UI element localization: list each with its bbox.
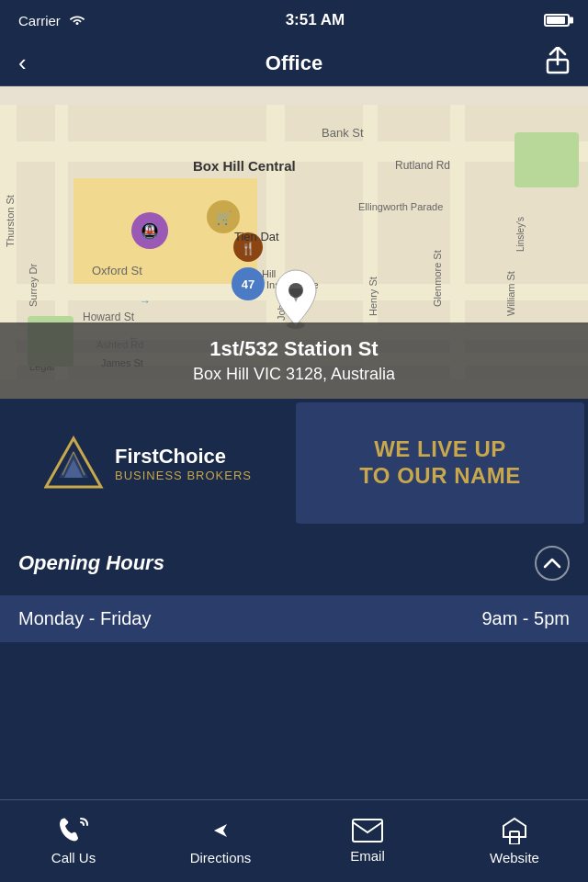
tab-call[interactable]: Call Us bbox=[0, 800, 147, 882]
status-right bbox=[544, 14, 570, 27]
logo-container: FirstChoice BUSINESS BROKERS bbox=[44, 434, 252, 493]
tab-website-label: Website bbox=[490, 850, 539, 865]
map-section[interactable]: Bank St Rutland Rd Ellingworth Parade Ox… bbox=[0, 86, 588, 399]
svg-text:Bank St: Bank St bbox=[322, 126, 364, 140]
svg-text:47: 47 bbox=[242, 277, 254, 291]
status-bar: Carrier 3:51 AM bbox=[0, 0, 588, 40]
svg-text:Ellingworth Parade: Ellingworth Parade bbox=[358, 201, 443, 212]
svg-text:🚇: 🚇 bbox=[141, 222, 159, 240]
share-button[interactable] bbox=[533, 47, 570, 79]
brand-sub: BUSINESS BROKERS bbox=[115, 469, 252, 482]
svg-text:Oxford St: Oxford St bbox=[92, 264, 142, 277]
hours-row: Monday - Friday 9am - 5pm bbox=[0, 595, 588, 642]
logo-card: FirstChoice BUSINESS BROKERS bbox=[4, 402, 292, 524]
svg-text:Glenmore St: Glenmore St bbox=[432, 250, 443, 307]
email-icon bbox=[352, 819, 383, 842]
svg-text:Linsley's: Linsley's bbox=[515, 217, 526, 252]
svg-text:Surrey Dr: Surrey Dr bbox=[28, 264, 39, 307]
svg-text:Henry St: Henry St bbox=[368, 277, 379, 316]
svg-text:Howard St: Howard St bbox=[83, 311, 135, 323]
hours-header[interactable]: Opening Hours bbox=[0, 531, 588, 595]
svg-text:🛒: 🛒 bbox=[216, 210, 232, 226]
status-time: 3:51 AM bbox=[286, 11, 345, 29]
svg-text:Rutland Rd: Rutland Rd bbox=[395, 159, 450, 172]
promo-row: FirstChoice BUSINESS BROKERS WE LIVE UP … bbox=[0, 399, 588, 527]
page-title: Office bbox=[266, 51, 322, 75]
tab-website[interactable]: Website bbox=[441, 800, 588, 882]
tagline-card: WE LIVE UP TO OUR NAME bbox=[296, 402, 584, 524]
svg-text:Hill: Hill bbox=[262, 268, 276, 279]
status-left: Carrier bbox=[18, 13, 86, 28]
website-icon bbox=[500, 817, 529, 844]
back-button[interactable]: ‹ bbox=[18, 49, 55, 77]
chevron-up-icon[interactable] bbox=[535, 546, 570, 581]
directions-icon bbox=[207, 817, 234, 844]
brand-name: FirstChoice bbox=[115, 445, 252, 469]
wifi-icon bbox=[68, 14, 86, 27]
address-line1: 1st/532 Station St bbox=[15, 337, 573, 361]
battery-icon bbox=[544, 14, 570, 27]
brand-logo-icon bbox=[44, 434, 104, 493]
logo-text-group: FirstChoice BUSINESS BROKERS bbox=[115, 445, 252, 482]
svg-rect-29 bbox=[514, 132, 579, 187]
tab-directions-label: Directions bbox=[190, 850, 252, 865]
svg-rect-51 bbox=[353, 820, 382, 842]
svg-text:William St: William St bbox=[505, 271, 516, 316]
hours-time: 9am - 5pm bbox=[481, 608, 570, 629]
call-icon bbox=[58, 817, 89, 844]
nav-bar: ‹ Office bbox=[0, 40, 588, 86]
tab-email-label: Email bbox=[350, 848, 385, 864]
tab-call-label: Call Us bbox=[51, 850, 96, 865]
tab-email[interactable]: Email bbox=[294, 800, 441, 882]
opening-hours-section: Opening Hours Monday - Friday 9am - 5pm bbox=[0, 531, 588, 642]
tagline-text: WE LIVE UP TO OUR NAME bbox=[359, 436, 521, 490]
address-line2: Box Hill VIC 3128, Australia bbox=[15, 365, 573, 384]
hours-days: Monday - Friday bbox=[18, 608, 152, 629]
svg-text:Thurston St: Thurston St bbox=[5, 195, 16, 247]
svg-text:Box Hill Central: Box Hill Central bbox=[193, 158, 296, 174]
tab-directions[interactable]: Directions bbox=[147, 800, 294, 882]
svg-text:→: → bbox=[140, 295, 151, 308]
carrier-label: Carrier bbox=[18, 13, 61, 28]
svg-text:Tien Dat: Tien Dat bbox=[234, 230, 279, 243]
address-overlay: 1st/532 Station St Box Hill VIC 3128, Au… bbox=[0, 322, 588, 399]
hours-title: Opening Hours bbox=[18, 551, 164, 575]
tab-bar: Call Us Directions Email Website bbox=[0, 799, 588, 882]
